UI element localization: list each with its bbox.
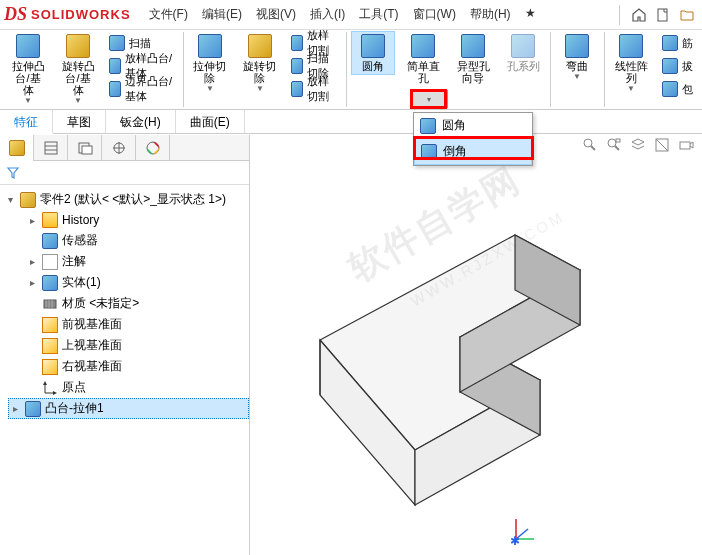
new-doc-button[interactable]	[652, 4, 674, 26]
quick-access-right	[613, 4, 698, 26]
hole-wizard-button[interactable]: 异型孔向导	[452, 32, 494, 86]
simple-hole-button[interactable]: 简单直孔	[402, 32, 444, 86]
collapse-icon[interactable]: ▾	[4, 194, 16, 206]
tree-solid-label: 实体(1)	[62, 274, 101, 291]
panel-tab-display[interactable]	[136, 135, 170, 161]
viewport-toolbar	[580, 135, 696, 155]
ribbon-group-ribdraft: 筋 拔 包	[657, 32, 698, 107]
loft-cut2-button[interactable]: 放样切割	[289, 78, 340, 100]
shell-button[interactable]: 包	[660, 78, 695, 100]
folder-icon	[42, 212, 58, 228]
panel-tab-feature[interactable]	[0, 135, 34, 161]
tree-feature1[interactable]: ▸ 凸台-拉伸1	[8, 398, 249, 419]
simple-hole-icon	[411, 34, 435, 58]
sweep-cut-icon	[291, 58, 303, 74]
tree-root-label: 零件2 (默认< <默认>_显示状态 1>)	[40, 191, 226, 208]
expand-icon[interactable]: ▸	[26, 214, 38, 226]
fillet-split-button[interactable]: ▾	[410, 90, 448, 108]
view-tool[interactable]	[652, 135, 672, 155]
expand-icon[interactable]: ▸	[9, 403, 21, 415]
tree-solid[interactable]: ▸ 实体(1)	[26, 272, 249, 293]
bend-button[interactable]: 弯曲 ▼	[556, 32, 598, 83]
tree-root[interactable]: ▾ 零件2 (默认< <默认>_显示状态 1>)	[4, 189, 249, 210]
linear-pattern-label: 线性阵列	[614, 60, 648, 84]
svg-rect-5	[82, 146, 92, 154]
magnifier-tool[interactable]	[580, 135, 600, 155]
ribbon-group-pattern: 线性阵列 ▼	[607, 32, 655, 107]
expand-icon[interactable]: ▸	[26, 256, 38, 268]
draft-button[interactable]: 拔	[660, 55, 695, 77]
funnel-icon	[6, 166, 20, 180]
tree-origin[interactable]: 原点	[26, 377, 249, 398]
logo-text: SOLIDWORKS	[31, 7, 131, 22]
panel-tabs	[0, 135, 249, 161]
menu-edit[interactable]: 编辑(E)	[198, 4, 246, 25]
tab-surface[interactable]: 曲面(E)	[176, 110, 245, 133]
menu-view[interactable]: 视图(V)	[252, 4, 300, 25]
tab-sheetmetal[interactable]: 钣金(H)	[106, 110, 176, 133]
tab-sketch[interactable]: 草图	[53, 110, 106, 133]
tree-right-plane[interactable]: 右视基准面	[26, 356, 249, 377]
tree-top-plane[interactable]: 上视基准面	[26, 335, 249, 356]
tree-history[interactable]: ▸ History	[26, 210, 249, 230]
layer-tool[interactable]	[628, 135, 648, 155]
extrude-boss-button[interactable]: 拉伸凸台/基体 ▼	[7, 32, 49, 107]
open-button[interactable]	[676, 4, 698, 26]
shell-label: 包	[682, 82, 693, 97]
zoom-fit-tool[interactable]	[604, 135, 624, 155]
extrude-cut-button[interactable]: 拉伸切除 ▼	[189, 32, 231, 95]
dropdown-chamfer-item[interactable]: 倒角	[414, 138, 532, 165]
ribbon-group-sweeploft: 扫描 放样凸台/基体 边界凸台/基体	[104, 32, 184, 107]
part-icon	[20, 192, 36, 208]
revolve-boss-button[interactable]: 旋转凸台/基体 ▼	[57, 32, 99, 107]
tree-material[interactable]: 材质 <未指定>	[26, 293, 249, 314]
fillet-button[interactable]: 圆角	[352, 32, 394, 74]
menu-window[interactable]: 窗口(W)	[409, 4, 460, 25]
menu-star[interactable]: ★	[521, 4, 540, 25]
revolve-boss-label: 旋转凸台/基体	[61, 60, 95, 96]
menu-help[interactable]: 帮助(H)	[466, 4, 515, 25]
menu-tools[interactable]: 工具(T)	[355, 4, 402, 25]
plane-icon	[42, 317, 58, 333]
panel-tab-property[interactable]	[34, 135, 68, 161]
hole-series-label: 孔系列	[507, 60, 540, 72]
menu-insert[interactable]: 插入(I)	[306, 4, 349, 25]
tree-sensor[interactable]: 传感器	[26, 230, 249, 251]
hole-series-button[interactable]: 孔系列	[502, 32, 544, 74]
annotation-icon	[42, 254, 58, 270]
boundary-button[interactable]: 边界凸台/基体	[107, 78, 177, 100]
tree-front-plane[interactable]: 前视基准面	[26, 314, 249, 335]
svg-point-20	[608, 139, 616, 147]
hole-wizard-icon	[461, 34, 485, 58]
linear-pattern-button[interactable]: 线性阵列 ▼	[610, 32, 652, 95]
tree-annotation[interactable]: ▸ 注解	[26, 251, 249, 272]
home-button[interactable]	[628, 4, 650, 26]
chevron-down-icon: ▼	[24, 96, 32, 105]
bend-icon	[565, 34, 589, 58]
expand-icon[interactable]: ▸	[26, 277, 38, 289]
svg-rect-0	[658, 9, 667, 21]
model-3d-svg	[260, 165, 680, 545]
ribbon-group-revolvecut: 旋转切除 ▼	[236, 32, 284, 107]
panel-tab-dimxpert[interactable]	[102, 135, 136, 161]
camera-tool[interactable]	[676, 135, 696, 155]
revolve-cut-button[interactable]: 旋转切除 ▼	[239, 32, 281, 95]
viewport-3d[interactable]: ✱	[250, 135, 702, 555]
panel-tab-config[interactable]	[68, 135, 102, 161]
filter-row[interactable]	[0, 161, 249, 185]
rib-button[interactable]: 筋	[660, 32, 695, 54]
boundary-label: 边界凸台/基体	[125, 74, 175, 104]
dropdown-fillet-item[interactable]: 圆角	[414, 113, 532, 138]
fillet-label: 圆角	[362, 60, 384, 72]
chevron-down-icon: ▼	[573, 72, 581, 81]
tree-feature1-label: 凸台-拉伸1	[45, 400, 104, 417]
draft-icon	[662, 58, 678, 74]
svg-line-19	[591, 146, 595, 150]
menu-file[interactable]: 文件(F)	[145, 4, 192, 25]
tab-feature[interactable]: 特征	[0, 110, 53, 134]
svg-point-18	[584, 139, 592, 147]
dropdown-chamfer-label: 倒角	[443, 143, 467, 160]
svg-line-24	[656, 139, 668, 151]
revolve-boss-icon	[66, 34, 90, 58]
ribbon-group-revolve: 旋转凸台/基体 ▼	[54, 32, 102, 107]
